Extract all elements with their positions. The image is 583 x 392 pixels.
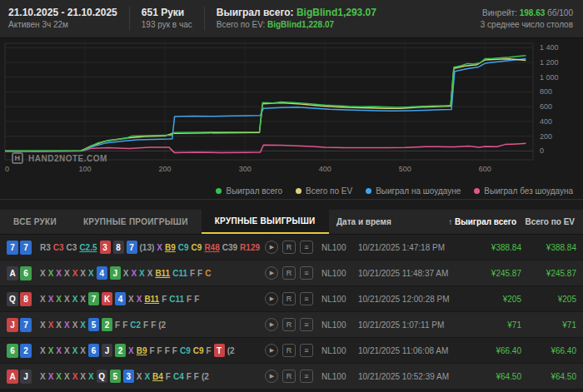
action-token: X — [137, 295, 142, 304]
table-row[interactable]: Q8XXXXXX7K4XXB11FC11FF▶R≡NL10010/21/2025… — [0, 286, 583, 312]
action-token: X — [64, 320, 70, 330]
svg-text:0: 0 — [5, 165, 9, 173]
action-token: X — [72, 295, 78, 304]
action-token: R48 — [204, 243, 219, 252]
action-token: X — [64, 372, 70, 381]
action-token: F — [143, 320, 148, 330]
action-token: X — [72, 346, 78, 355]
table-row[interactable]: AJXXXXXXXQ53XXB4FC4FF(2▶R≡NL10010/21/202… — [0, 364, 583, 390]
hand-text-button[interactable]: ≡ — [300, 344, 313, 357]
hand-text-button[interactable]: ≡ — [300, 266, 313, 280]
replayer-button[interactable]: R — [282, 370, 296, 383]
card-4-d: 4 — [97, 266, 107, 280]
hole-cards: A6 — [7, 266, 35, 280]
action-token: C11 — [169, 295, 184, 304]
action-token: X — [48, 269, 54, 278]
action-token: F — [197, 269, 202, 278]
card-Q-s: Q — [7, 292, 18, 306]
row-buttons: ▶R≡ — [265, 344, 313, 357]
replayer-button[interactable]: R — [282, 292, 296, 305]
action-token: X — [80, 269, 86, 278]
action-token: F — [115, 320, 120, 330]
action-token: X — [48, 320, 54, 330]
play-hand-button[interactable]: ▶ — [265, 266, 278, 280]
ev-amount: ¥64.50 — [521, 372, 576, 381]
replayer-button[interactable]: R — [282, 344, 296, 357]
hand-datetime: 10/21/2025 1:07:11 PM — [358, 320, 460, 330]
action-token: B11 — [144, 295, 159, 304]
replayer-button[interactable]: R — [282, 266, 296, 280]
hole-cards: 62 — [7, 344, 35, 358]
ev-total-value: BigBlind1,228.07 — [267, 20, 334, 29]
action-token: C4 — [173, 372, 184, 381]
action-token: X — [40, 269, 46, 278]
hand-action-line: XXXXXXX4JXXXXB11C11FFC — [40, 266, 260, 280]
action-token: F — [162, 295, 167, 304]
action-token: X — [144, 372, 150, 381]
table-row[interactable]: A6XXXXXXX4JXXXXB11C11FFC▶R≡NL10010/21/20… — [0, 261, 583, 286]
column-header-won-total[interactable]: ↑ Выиграл всего — [443, 217, 516, 226]
play-hand-button[interactable]: ▶ — [265, 292, 278, 305]
won-amount: ¥71 — [460, 320, 521, 330]
panel-divider — [0, 200, 583, 210]
action-token: X — [128, 346, 134, 355]
action-token: X — [88, 372, 94, 381]
hand-datetime: 10/21/2025 11:06:08 AM — [358, 346, 460, 355]
tab-big-wins[interactable]: КРУПНЫЕ ВЫИГРЫШИ — [202, 210, 329, 234]
hand-text-button[interactable]: ≡ — [300, 292, 313, 305]
table-row[interactable]: 77R3C3C3C2.5387(13)XB9C9C9R48C39R129▶R≡N… — [0, 235, 583, 261]
hand-text-button[interactable]: ≡ — [300, 241, 313, 254]
card-J-h: J — [7, 318, 18, 332]
avg-tables: 3 среднее число столов — [481, 19, 573, 31]
hand-action-line: XXXXXXXQ53XXB4FC4FF(2 — [40, 370, 260, 383]
action-token: F — [122, 320, 127, 330]
card-7-c: 7 — [88, 292, 99, 305]
ev-amount: ¥245.87 — [521, 269, 576, 278]
stake-label: NL100 — [321, 372, 358, 381]
play-hand-button[interactable]: ▶ — [265, 370, 278, 383]
action-token: F — [151, 320, 156, 330]
action-token: X — [72, 320, 78, 330]
table-row[interactable]: J7XXXXXX52FFC2FF(2▶R≡NL10010/21/2025 1:0… — [0, 312, 583, 338]
play-hand-button[interactable]: ▶ — [265, 344, 278, 357]
column-header-datetime[interactable]: Дата и время — [336, 217, 443, 226]
legend-dot-icon — [216, 188, 222, 194]
action-token: X — [56, 269, 62, 278]
hand-datetime: 10/21/2025 11:48:37 AM — [358, 269, 460, 278]
card-6-c: 6 — [7, 344, 18, 358]
legend-item[interactable]: Выиграл на шоудауне — [366, 186, 461, 196]
won-amount: ¥205 — [460, 295, 521, 304]
action-token: C2.5 — [79, 243, 97, 252]
tab-all-hands[interactable]: ВСЕ РУКИ — [0, 210, 70, 234]
svg-text:1 200: 1 200 — [540, 58, 559, 67]
tab-big-losses[interactable]: КРУПНЫЕ ПРОИГРЫШИ — [70, 210, 202, 234]
table-row[interactable]: 62XXXXXX6J2XB9FFFFC9C9FT(2▶R≡NL10010/21/… — [0, 338, 583, 364]
date-range[interactable]: 21.10.2025 - 21.10.2025 — [8, 7, 117, 19]
stake-label: NL100 — [321, 320, 358, 330]
action-token: X — [88, 269, 94, 278]
legend-item[interactable]: Выиграл без шоудауна — [474, 186, 573, 196]
action-token: X — [56, 346, 62, 355]
replayer-button[interactable]: R — [282, 241, 296, 254]
replayer-button[interactable]: R — [282, 318, 296, 331]
action-token: B9 — [165, 243, 176, 252]
hand2note-logo: H HAND2NOTE.COM — [12, 152, 107, 164]
column-header-ev-total[interactable]: Всего по EV — [516, 217, 583, 226]
action-token: R3 — [40, 243, 51, 252]
play-hand-button[interactable]: ▶ — [265, 241, 278, 254]
winnings-graph-panel: 010020030040050060002004006008001 0001 2… — [0, 38, 583, 200]
row-buttons: ▶R≡ — [265, 266, 313, 280]
action-token: (2 — [227, 346, 235, 355]
play-hand-button[interactable]: ▶ — [265, 318, 278, 331]
svg-text:400: 400 — [319, 165, 331, 173]
action-token: X — [131, 269, 137, 278]
hand-datetime: 10/21/2025 10:52:39 AM — [358, 372, 460, 381]
hole-cards: Q8 — [7, 292, 35, 306]
hand-text-button[interactable]: ≡ — [300, 318, 313, 331]
legend-item[interactable]: Выиграл всего — [216, 186, 282, 196]
legend-item[interactable]: Всего по EV — [296, 186, 352, 196]
action-token: C9 — [178, 243, 189, 252]
action-token: F — [190, 269, 195, 278]
date-range-group[interactable]: 21.10.2025 - 21.10.2025 Активен 3ч 22м — [8, 7, 129, 31]
hand-text-button[interactable]: ≡ — [300, 370, 313, 383]
